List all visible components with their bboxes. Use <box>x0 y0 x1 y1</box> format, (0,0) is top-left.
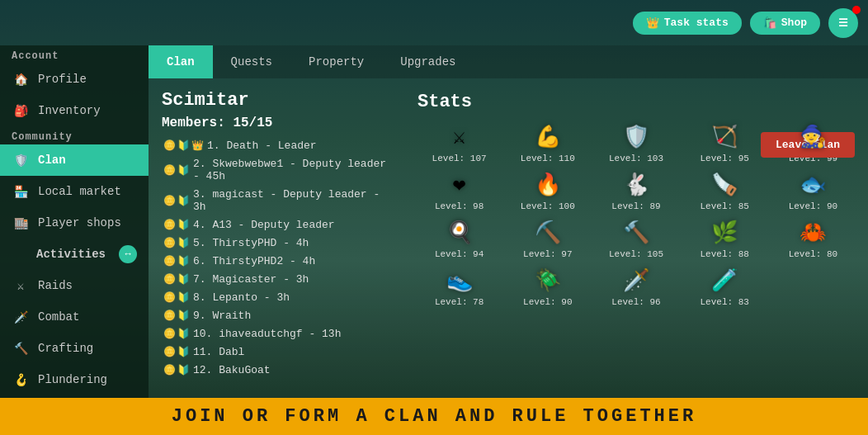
sidebar-item-player-shops[interactable]: 🏬 Player shops <box>0 207 149 239</box>
stat-cell: 👟 Level: 78 <box>417 267 501 307</box>
member-icons: 🪙 🔰 <box>163 291 190 304</box>
stat-icon: 🪚 <box>711 172 738 198</box>
combat-icon: 🗡️ <box>12 308 30 326</box>
rank-icon: 🔰 <box>177 195 190 207</box>
profile-label: Profile <box>38 73 87 86</box>
stats-panel: Stats ⚔️ Level: 107 💪 Level: 110 🛡️ Leve… <box>404 78 868 398</box>
tab-property[interactable]: Property <box>290 45 382 78</box>
coin-icon: 🪙 <box>163 195 176 207</box>
combat-label: Combat <box>38 310 79 324</box>
stat-level: Level: 107 <box>432 154 487 163</box>
member-name: 10. ihaveadutchgf - 13h <box>193 328 341 340</box>
member-list: 🪙 🔰 👑 1. Death - Leader 🪙 🔰 2. Skwebwebw… <box>162 137 396 390</box>
member-icons: 🪙 🔰 👑 <box>163 139 204 152</box>
stat-level: Level: 100 <box>521 201 575 211</box>
stat-cell: 💪 Level: 110 <box>506 124 589 163</box>
stat-icon: 🍳 <box>446 220 473 246</box>
community-section-label: Community <box>0 126 149 144</box>
panel-content: Leave clan Scimitar Members: 15/15 🪙 🔰 👑… <box>149 78 868 398</box>
main-panel: Clan Quests Property Upgrades Leave clan… <box>149 45 868 398</box>
app-container: 👑 Task stats 🛍️ Shop ☰ Account 🏠 Profile… <box>0 0 868 435</box>
sidebar-item-local-market[interactable]: 🏪 Local market <box>0 176 149 207</box>
player-shops-label: Player shops <box>38 216 121 229</box>
stat-level: Level: 85 <box>700 201 748 211</box>
sidebar-item-profile[interactable]: 🏠 Profile <box>0 64 149 95</box>
local-market-label: Local market <box>38 185 121 198</box>
member-name: 4. A13 - Deputy leader <box>193 219 335 231</box>
stat-icon: 🧙 <box>800 124 826 150</box>
tab-upgrades[interactable]: Upgrades <box>382 45 474 78</box>
member-icons: 🪙 🔰 <box>163 346 190 358</box>
plundering-icon: 🪝 <box>12 371 30 389</box>
member-name: 8. Lepanto - 3h <box>193 291 290 304</box>
menu-icon: ☰ <box>838 17 848 30</box>
member-name: 1. Death - Leader <box>207 139 317 152</box>
stat-icon: ⛏️ <box>535 220 561 246</box>
account-section-label: Account <box>0 45 149 64</box>
rank-icon: 🔰 <box>177 273 190 286</box>
member-icons: 🪙 🔰 <box>163 164 190 177</box>
stats-title: Stats <box>417 92 855 112</box>
stat-icon: 💪 <box>535 124 561 150</box>
member-icons: 🪙 🔰 <box>163 219 190 231</box>
stat-cell: 🪚 Level: 85 <box>683 172 767 211</box>
stat-level: Level: 89 <box>611 201 660 211</box>
rank-icon: 🔰 <box>177 237 190 249</box>
stat-icon: ❤️ <box>453 172 466 198</box>
sidebar-item-combat[interactable]: 🗡️ Combat <box>0 301 149 333</box>
stat-level: Level: 96 <box>611 297 660 307</box>
rank-icon: 🔰 <box>177 328 190 340</box>
shop-label: Shop <box>781 17 807 29</box>
sidebar-item-crafting[interactable]: 🔨 Crafting <box>0 333 149 364</box>
stat-level: Level: 78 <box>435 297 484 307</box>
activities-section: Activities ↔ <box>0 239 149 270</box>
crafting-icon: 🔨 <box>12 339 30 357</box>
member-name: 9. Wraith <box>193 310 251 322</box>
sidebar-item-raids[interactable]: ⚔️ Raids <box>0 270 149 301</box>
stat-icon: ⚔️ <box>453 124 466 150</box>
player-shops-icon: 🏬 <box>12 214 30 232</box>
member-icons: 🪙 🔰 <box>163 328 190 340</box>
sidebar-item-clan[interactable]: 🛡️ Clan <box>0 144 149 176</box>
stat-level: Level: 103 <box>609 154 663 163</box>
member-icons: 🪙 🔰 <box>163 195 190 207</box>
plundering-label: Plundering <box>38 373 107 386</box>
list-item: 🪙 🔰 6. ThirstyPHD2 - 4h <box>162 253 391 270</box>
shop-button[interactable]: 🛍️ Shop <box>750 12 820 35</box>
rank-icon: 🔰 <box>177 219 190 231</box>
member-icons: 🪙 🔰 <box>163 364 190 376</box>
sidebar-item-plundering[interactable]: 🪝 Plundering <box>0 364 149 395</box>
rank-icon: 🔰 <box>177 255 190 267</box>
inventory-label: Inventory <box>38 104 101 117</box>
stat-icon: 🌿 <box>711 220 738 246</box>
task-stats-button[interactable]: 👑 Task stats <box>633 12 742 35</box>
topbar: 👑 Task stats 🛍️ Shop ☰ <box>0 0 868 45</box>
raids-label: Raids <box>38 279 73 292</box>
content-row: Account 🏠 Profile 🎒 Inventory Community … <box>0 45 868 398</box>
rank-icon: 🔰 <box>177 139 190 152</box>
member-name: 5. ThirstyPHD - 4h <box>193 237 309 249</box>
list-item: 🪙 🔰 5. ThirstyPHD - 4h <box>162 234 391 252</box>
crown-icon: 👑 <box>646 17 659 30</box>
sidebar-item-inventory[interactable]: 🎒 Inventory <box>0 95 149 126</box>
member-name: 7. Magicaster - 3h <box>193 273 309 286</box>
notification-badge <box>852 6 861 14</box>
member-name: 2. Skwebwebwe1 - Deputy leader - 45h <box>193 158 389 182</box>
sidebar-item-woodcutting[interactable]: 🪓 Woodcutting <box>0 395 149 398</box>
coin-icon: 🪙 <box>163 346 176 358</box>
rank-icon: 🔰 <box>177 164 190 177</box>
tab-quests[interactable]: Quests <box>213 45 290 78</box>
task-stats-label: Task stats <box>664 17 729 29</box>
stat-level: Level: 88 <box>700 249 748 259</box>
menu-button[interactable]: ☰ <box>828 8 858 38</box>
sidebar: Account 🏠 Profile 🎒 Inventory Community … <box>0 45 149 398</box>
stat-cell: 🪲 Level: 90 <box>506 267 589 307</box>
stat-cell: 🍳 Level: 94 <box>417 220 501 259</box>
activities-toggle-button[interactable]: ↔ <box>119 245 137 263</box>
tab-clan[interactable]: Clan <box>149 45 213 78</box>
stat-level: Level: 83 <box>700 297 748 307</box>
stat-cell: ❤️ Level: 98 <box>417 172 501 211</box>
coin-icon: 🪙 <box>163 237 176 249</box>
stat-level: Level: 97 <box>523 249 572 259</box>
member-icons: 🪙 🔰 <box>163 255 190 267</box>
